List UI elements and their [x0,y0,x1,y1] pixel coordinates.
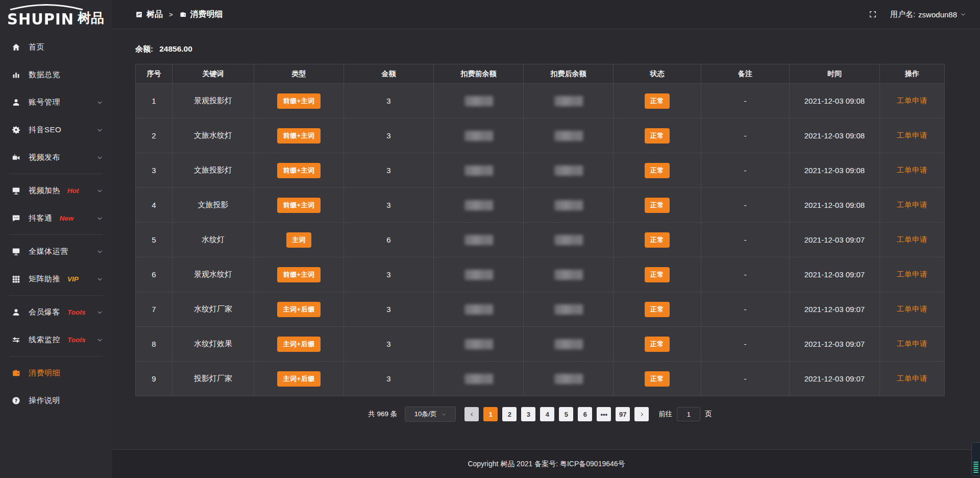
cell-type: 前缀+主词 [254,153,344,188]
sidebar-item-label: 矩阵助推 [29,274,60,284]
cell-action: 工单申请 [880,188,945,223]
col-header-type: 类型 [254,64,344,84]
cell-action: 工单申请 [880,257,945,292]
svg-text:?: ? [15,398,18,403]
sidebar-item-operation-guide[interactable]: ? 操作说明 [0,387,112,414]
breadcrumb-current[interactable]: 消费明细 [179,9,223,20]
ticket-apply-link[interactable]: 工单申请 [897,374,927,383]
hot-badge: Hot [67,187,79,195]
cell-type: 前缀+主词 [254,257,344,292]
sidebar-item-clue-monitoring[interactable]: 线索监控 Tools [0,326,112,353]
sidebar-item-home[interactable]: 首页 [0,33,112,61]
chevron-down-icon [96,127,103,133]
member-icon [11,307,21,317]
cell-amount: 3 [344,153,434,188]
sidebar-item-video-heating[interactable]: 视频加热 Hot [0,177,112,204]
status-badge: 正常 [645,267,670,282]
cell-balance-before [434,292,524,327]
col-header-balance-after: 扣费后余额 [524,64,614,84]
chevron-down-icon [96,276,103,282]
sidebar-item-doketong[interactable]: 抖客通 New [0,204,112,232]
ticket-apply-link[interactable]: 工单申请 [897,97,927,105]
ticket-apply-link[interactable]: 工单申请 [897,235,927,244]
page-size-select[interactable]: 10条/页 [405,407,456,422]
ticket-apply-link[interactable]: 工单申请 [897,166,927,174]
cell-balance-after [524,118,614,153]
table-header-row: 序号 关键词 类型 金额 扣费前余额 扣费后余额 状态 备注 时间 操作 [136,64,945,84]
page-button-4[interactable]: 4 [540,407,554,421]
status-badge: 正常 [645,337,670,352]
ticket-apply-link[interactable]: 工单申请 [897,131,927,139]
sidebar-item-member-baoke[interactable]: 会员爆客 Tools [0,298,112,326]
cell-type: 前缀+主词 [254,188,344,223]
ticket-apply-link[interactable]: 工单申请 [897,270,927,278]
page-button-6[interactable]: 6 [578,407,592,421]
chevron-down-icon [96,215,103,222]
cell-keyword: 景观水纹灯 [173,257,254,292]
cell-balance-before [434,153,524,188]
masked-value [464,270,493,280]
page-button-1[interactable]: 1 [483,407,498,421]
menu-divider [9,295,103,296]
cell-keyword: 水纹灯 [173,223,254,257]
cell-note: - [701,362,790,396]
type-badge: 前缀+主词 [277,267,320,282]
cell-no: 5 [136,223,173,257]
masked-value [464,96,493,106]
topbar-right: 用户名: zswodun88 [869,10,966,19]
cell-no: 1 [136,84,173,118]
goto-label: 前往 [658,410,672,419]
question-circle-icon: ? [11,396,21,405]
sidebar-item-consumption-detail[interactable]: 消费明细 [0,359,112,387]
cell-note: - [701,118,790,153]
cell-action: 工单申请 [880,153,945,188]
balance-value: 24856.00 [159,44,192,53]
prev-page-button[interactable] [464,407,479,421]
cell-balance-after [524,223,614,257]
ticket-apply-link[interactable]: 工单申请 [897,340,927,348]
masked-value [464,131,493,141]
user-dropdown[interactable]: 用户名: zswodun88 [890,10,966,19]
home-icon [11,42,21,52]
sidebar-item-video-publish[interactable]: 视频发布 [0,144,112,171]
fullscreen-icon[interactable] [869,10,877,18]
vip-badge: VIP [67,275,79,283]
page-button-97[interactable]: 97 [616,407,630,421]
cell-no: 7 [136,292,173,327]
sidebar-item-label: 消费明细 [29,368,60,378]
sidebar-item-account-management[interactable]: 账号管理 [0,88,112,116]
page-button-2[interactable]: 2 [502,407,517,421]
table-row: 1 景观投影灯 前缀+主词 3 正常 - 2021-12-03 09:08 工单… [136,84,945,118]
sidebar-item-douyin-seo[interactable]: 抖音SEO [0,116,112,144]
more-pages-button[interactable]: ••• [597,407,611,421]
cell-keyword: 投影灯厂家 [173,362,254,396]
cell-balance-after [524,362,614,396]
ticket-apply-link[interactable]: 工单申请 [897,305,927,313]
breadcrumb-root[interactable]: 树品 [135,9,163,20]
sidebar-item-matrix-boost[interactable]: 矩阵助推 VIP [0,265,112,293]
sidebar-item-all-media-operation[interactable]: 全媒体运营 [0,237,112,265]
chevron-down-icon [96,187,103,194]
sidebar-item-label: 抖音SEO [29,125,61,135]
goto-page-input[interactable] [677,407,700,421]
type-badge: 前缀+主词 [277,93,320,109]
main-content: 余额: 24856.00 序号 关键词 类型 金额 扣费前余额 扣费 [112,29,980,449]
cell-balance-before [434,327,524,362]
sidebar-item-data-overview[interactable]: 数据总览 [0,61,112,88]
cell-time: 2021-12-03 09:08 [790,153,880,188]
screen-icon [11,247,21,256]
status-badge: 正常 [645,232,670,248]
ticket-apply-link[interactable]: 工单申请 [897,201,927,209]
cell-status: 正常 [614,292,701,327]
breadcrumb-root-label: 树品 [146,9,163,20]
floating-widget[interactable] [971,442,980,476]
status-badge: 正常 [645,302,670,317]
tools-badge: Tools [67,308,86,316]
table-row: 4 文旅投影 前缀+主词 3 正常 - 2021-12-03 09:08 工单申… [136,188,945,223]
page-button-5[interactable]: 5 [559,407,573,421]
page-button-3[interactable]: 3 [521,407,535,421]
next-page-button[interactable] [634,407,649,421]
masked-value [554,304,583,315]
masked-value [464,200,493,210]
cell-keyword: 景观投影灯 [173,84,254,118]
